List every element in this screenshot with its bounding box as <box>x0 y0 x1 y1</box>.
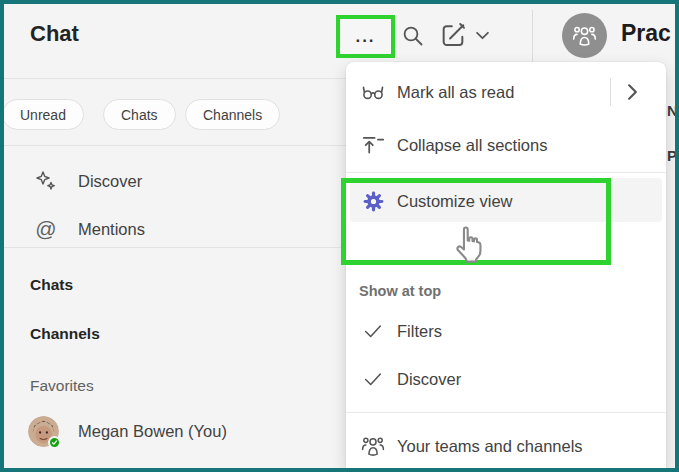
divider <box>4 145 346 146</box>
compose-icon <box>439 21 467 49</box>
right-pane-title: Prac <box>621 20 671 47</box>
menu-item-your-teams[interactable]: Your teams and channels <box>346 426 666 466</box>
search-icon <box>401 24 425 48</box>
new-chat-button[interactable] <box>438 20 468 50</box>
chat-item-name: Megan Bowen (You) <box>78 422 227 441</box>
clipped-background-text: P <box>667 147 677 164</box>
sidebar-item-label: Discover <box>78 172 142 191</box>
teams-chat-window: Chat ... Prac Unr <box>0 0 679 472</box>
clipped-background-text: N <box>667 102 678 119</box>
menu-item-label: Customize view <box>397 192 513 211</box>
presence-available-icon <box>48 436 61 449</box>
sparkle-icon <box>33 168 59 194</box>
submenu-separator <box>610 78 611 106</box>
menu-item-label: Collapse all sections <box>397 136 547 155</box>
pill-label: Unread <box>20 107 66 123</box>
menu-section-header: Show at top <box>359 283 441 299</box>
menu-item-discover[interactable]: Discover <box>346 359 666 399</box>
check-icon <box>360 318 386 344</box>
gear-icon <box>360 189 386 215</box>
menu-item-label: Mark all as read <box>397 83 514 102</box>
divider <box>4 78 346 79</box>
new-chat-dropdown[interactable] <box>474 29 490 41</box>
menu-item-label: Your teams and channels <box>397 437 583 456</box>
sidebar-item-mentions[interactable]: @ Mentions <box>4 209 344 249</box>
filter-pill-chats[interactable]: Chats <box>103 99 176 130</box>
pill-label: Channels <box>203 107 262 123</box>
group-avatar-icon <box>571 22 598 49</box>
glasses-icon <box>360 79 386 105</box>
divider <box>4 247 346 248</box>
chevron-right-icon[interactable] <box>622 80 642 104</box>
people-team-icon <box>360 433 386 459</box>
chat-list-item[interactable]: Megan Bowen (You) <box>4 412 344 456</box>
pane-divider <box>532 10 533 64</box>
section-header-chats[interactable]: Chats <box>30 276 73 294</box>
chat-options-menu: Mark all as read Collapse all sections <box>346 62 666 468</box>
more-options-button[interactable]: ... <box>336 15 395 58</box>
menu-item-mark-all-read[interactable]: Mark all as read <box>346 72 666 112</box>
menu-item-filters[interactable]: Filters <box>346 311 666 351</box>
section-header-favorites[interactable]: Favorites <box>30 377 94 395</box>
check-icon <box>360 366 386 392</box>
avatar[interactable] <box>562 13 607 58</box>
filter-pill-channels[interactable]: Channels <box>185 99 280 130</box>
menu-item-label: Filters <box>397 322 442 341</box>
menu-divider <box>346 412 666 413</box>
pill-label: Chats <box>121 107 158 123</box>
at-mention-icon: @ <box>33 216 59 242</box>
chevron-down-icon <box>476 31 489 40</box>
menu-item-label: Discover <box>397 370 461 389</box>
menu-divider <box>346 172 666 173</box>
menu-item-collapse-all[interactable]: Collapse all sections <box>346 125 666 165</box>
filter-pill-unread[interactable]: Unread <box>2 99 84 130</box>
page-title: Chat <box>30 21 79 47</box>
collapse-sections-icon <box>360 132 386 158</box>
sidebar-item-discover[interactable]: Discover <box>4 161 344 201</box>
section-header-channels[interactable]: Channels <box>30 325 100 343</box>
more-horizontal-icon: ... <box>355 27 375 47</box>
menu-item-customize-view[interactable]: Customize view <box>346 178 666 225</box>
search-button[interactable] <box>399 22 427 50</box>
sidebar-item-label: Mentions <box>78 220 145 239</box>
